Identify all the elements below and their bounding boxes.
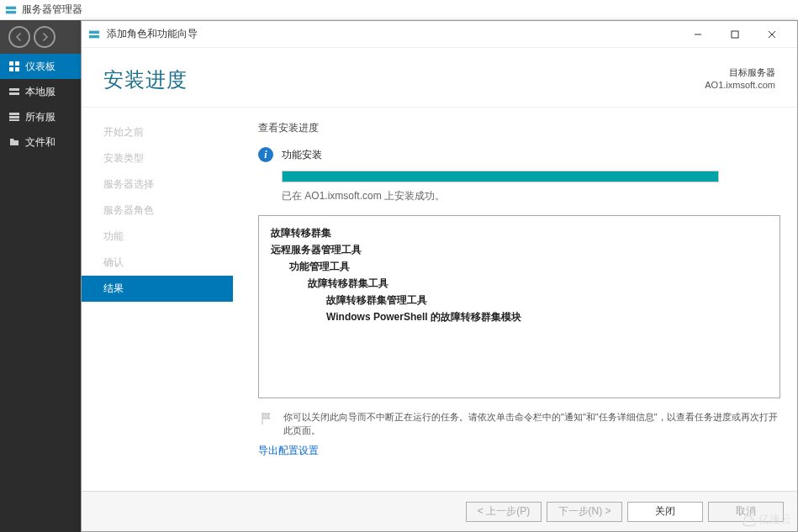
- svg-rect-6: [9, 88, 19, 91]
- feature-item: 功能管理工具: [289, 261, 350, 272]
- svg-rect-10: [9, 119, 19, 121]
- destination-info: 目标服务器 AO1.ixmsoft.com: [705, 66, 775, 92]
- wizard-step-server: 服务器选择: [82, 171, 233, 198]
- server-manager-icon: [5, 4, 17, 16]
- svg-rect-11: [89, 30, 99, 34]
- servers-icon: [8, 111, 20, 123]
- feature-item: 故障转移群集: [271, 227, 331, 239]
- parent-window-titlebar: 服务器管理器: [0, 0, 798, 20]
- wizard-titlebar[interactable]: 添加角色和功能向导: [82, 21, 797, 48]
- wizard-step-nav: 开始之前 安装类型 服务器选择 服务器角色 功能 确认 结果: [82, 108, 233, 491]
- wizard-footer: < 上一步(P) 下一步(N) > 关闭 取消: [82, 491, 797, 531]
- svg-rect-8: [9, 113, 19, 115]
- svg-rect-14: [732, 31, 738, 38]
- sidebar-item-label: 文件和: [25, 135, 55, 150]
- svg-rect-7: [9, 92, 19, 95]
- svg-rect-3: [15, 61, 19, 66]
- parent-window-title: 服务器管理器: [22, 3, 82, 17]
- minimize-button[interactable]: [679, 24, 716, 45]
- svg-rect-5: [15, 67, 19, 71]
- cancel-button: 取消: [708, 502, 784, 522]
- wizard-step-roles: 服务器角色: [82, 198, 233, 224]
- svg-rect-0: [6, 6, 16, 9]
- progress-bar: [282, 171, 719, 182]
- svg-rect-12: [89, 34, 99, 38]
- sidebar-item-dashboard[interactable]: 仪表板: [0, 54, 81, 79]
- progress-bar-fill: [283, 171, 718, 182]
- nav-forward-button[interactable]: [34, 26, 55, 48]
- wizard-content: 查看安装进度 i 功能安装 已在 AO1.ixmsoft.com 上安装成功。 …: [233, 108, 797, 491]
- parent-sidebar: 仪表板 本地服 所有服 文件和: [0, 54, 81, 532]
- sidebar-item-label: 所有服: [25, 110, 55, 124]
- destination-server: AO1.ixmsoft.com: [705, 79, 775, 92]
- sidebar-item-files[interactable]: 文件和: [0, 129, 81, 155]
- close-wizard-button[interactable]: 关闭: [627, 502, 703, 522]
- svg-rect-2: [9, 61, 13, 66]
- maximize-button[interactable]: [716, 24, 753, 45]
- feature-item: 故障转移群集工具: [308, 277, 388, 289]
- feature-item: 远程服务器管理工具: [271, 244, 362, 255]
- progress-view-label: 查看安装进度: [258, 121, 780, 135]
- feature-item: Windows PowerShell 的故障转移群集模块: [326, 311, 521, 323]
- wizard-heading: 安装进度: [103, 66, 705, 93]
- wizard-window: 添加角色和功能向导 安装进度 目标服务器 AO1.ixmsoft.com 开始之…: [81, 20, 798, 532]
- status-title: 功能安装: [282, 148, 322, 162]
- close-button[interactable]: [753, 24, 790, 45]
- info-icon: i: [258, 147, 273, 162]
- feature-item: 故障转移群集管理工具: [326, 294, 427, 306]
- wizard-step-features: 功能: [82, 224, 233, 250]
- wizard-window-title: 添加角色和功能向导: [107, 27, 679, 41]
- sidebar-item-all[interactable]: 所有服: [0, 104, 81, 129]
- wizard-step-type: 安装类型: [82, 145, 233, 171]
- sidebar-item-label: 仪表板: [25, 60, 55, 74]
- next-button: 下一步(N) >: [547, 502, 622, 522]
- sidebar-item-label: 本地服: [25, 85, 55, 99]
- wizard-step-confirm: 确认: [82, 250, 233, 276]
- export-config-link[interactable]: 导出配置设置: [258, 444, 780, 458]
- files-icon: [8, 136, 20, 148]
- svg-rect-4: [9, 67, 13, 71]
- installed-features-box[interactable]: 故障转移群集 远程服务器管理工具 功能管理工具 故障转移群集工具 故障转移群集管…: [258, 215, 780, 398]
- nav-back-button[interactable]: [8, 26, 30, 48]
- wizard-icon: [88, 29, 100, 40]
- prev-button: < 上一步(P): [466, 502, 542, 522]
- wizard-step-results: 结果: [82, 276, 233, 302]
- close-note: 你可以关闭此向导而不中断正在运行的任务。请依次单击命令栏中的"通知"和"任务详细…: [283, 410, 780, 437]
- server-icon: [8, 86, 20, 97]
- svg-rect-9: [9, 116, 19, 119]
- dashboard-icon: [8, 61, 20, 72]
- flag-icon: [258, 410, 275, 427]
- sidebar-item-local[interactable]: 本地服: [0, 79, 81, 104]
- svg-rect-1: [6, 10, 16, 13]
- status-row: i 功能安装: [258, 147, 780, 162]
- install-success-message: 已在 AO1.ixmsoft.com 上安装成功。: [282, 189, 780, 203]
- destination-label: 目标服务器: [705, 66, 775, 79]
- wizard-step-before: 开始之前: [82, 119, 233, 145]
